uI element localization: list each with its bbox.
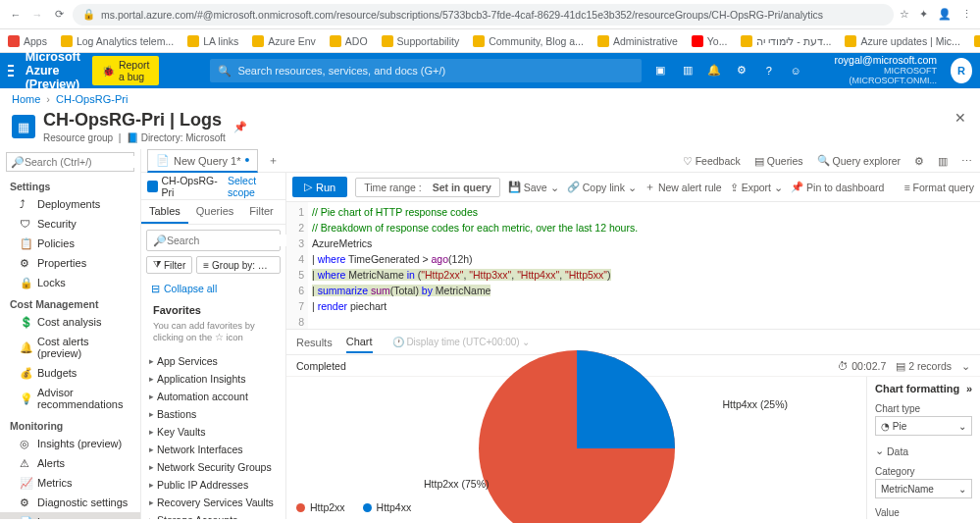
pin-dashboard-button[interactable]: 📌 Pin to dashboard: [791, 181, 884, 193]
nav-cost-alerts[interactable]: 🔔Cost alerts (preview): [0, 332, 140, 363]
account-info[interactable]: roygal@microsoft.com MICROSOFT (MICROSOF…: [816, 55, 937, 85]
schema-tabs: Tables Queries Filter ⋯: [141, 200, 285, 225]
star-icon[interactable]: ☆: [900, 8, 909, 21]
bookmark-item[interactable]: Azure updates | Mic...: [845, 35, 959, 47]
queries-link[interactable]: ▤ Queries: [754, 155, 803, 167]
tree-item[interactable]: App Services: [141, 352, 285, 370]
tree-item[interactable]: Bastions: [141, 405, 285, 423]
tree-item[interactable]: Network Security Groups: [141, 458, 285, 476]
scope-chip[interactable]: CH-OpsRG-Pri: [147, 175, 222, 198]
new-alert-button[interactable]: ＋ New alert rule: [645, 181, 722, 194]
settings-icon[interactable]: ⚙: [914, 155, 924, 167]
tab-tables[interactable]: Tables: [141, 200, 188, 224]
display-time[interactable]: 🕐 Display time (UTC+00:00) ⌄: [392, 337, 531, 347]
query-tab[interactable]: 📄New Query 1*•: [147, 149, 258, 173]
more-icon[interactable]: ⋯: [961, 155, 972, 167]
profile-icon[interactable]: 👤: [938, 8, 952, 21]
select-scope-link[interactable]: Select scope: [228, 175, 280, 198]
nav-security[interactable]: 🛡Security: [0, 214, 140, 234]
report-bug-button[interactable]: 🐞Report a bug: [92, 56, 160, 85]
resource-menu-search[interactable]: 🔎 «: [6, 152, 134, 172]
bookmark-item[interactable]: Community, Blog a...: [473, 35, 584, 47]
time-range-picker[interactable]: Time range : Set in query: [355, 178, 500, 197]
tree-item[interactable]: Network Interfaces: [141, 441, 285, 458]
pin-icon[interactable]: 📌: [233, 121, 247, 133]
reload-icon[interactable]: ⟳: [51, 7, 67, 23]
query-explorer-link[interactable]: 🔍 Query explorer: [817, 154, 901, 167]
category-select[interactable]: MetricName⌄: [875, 479, 972, 498]
filter-button[interactable]: ⧩Filter: [146, 256, 192, 274]
tree-item[interactable]: Recovery Services Vaults: [141, 494, 285, 511]
bookmark-item[interactable]: Yo...: [692, 35, 728, 47]
tree-item[interactable]: Application Insights: [141, 370, 285, 388]
settings-icon[interactable]: ⚙: [735, 63, 748, 78]
back-icon[interactable]: ←: [8, 7, 24, 23]
schema-search[interactable]: 🔎: [146, 230, 281, 251]
tab-queries[interactable]: Queries: [188, 200, 242, 224]
tab-results[interactable]: Results: [296, 333, 333, 352]
breadcrumb-home[interactable]: Home: [12, 93, 40, 105]
bookmark-item[interactable]: Log Analytics telem...: [61, 35, 174, 47]
group-by-button[interactable]: ≡Group by: Resource T...: [196, 256, 281, 274]
bookmark-item[interactable]: Imported: [974, 35, 980, 47]
collapse-all-link[interactable]: ⊟Collapse all: [141, 279, 285, 298]
url-text: ms.portal.azure.com/#@microsoft.onmicros…: [101, 9, 823, 21]
nav-alerts[interactable]: ⚠Alerts: [0, 453, 140, 473]
close-icon[interactable]: ✕: [954, 110, 966, 126]
cloud-shell-icon[interactable]: ▣: [653, 63, 667, 78]
nav-policies[interactable]: 📋Policies: [0, 234, 140, 253]
bookmark-item[interactable]: Azure Env: [252, 35, 315, 47]
bookmark-item[interactable]: ADO: [330, 35, 368, 47]
nav-logs[interactable]: 📄Logs: [0, 512, 140, 519]
bookmark-item[interactable]: דעת - לימודי יה...: [741, 35, 831, 47]
menu-icon[interactable]: ⋮: [961, 8, 972, 21]
feedback-icon[interactable]: ☺: [789, 63, 802, 78]
schema-tree: App Services Application Insights Automa…: [141, 350, 285, 519]
section-data[interactable]: Data: [875, 445, 972, 457]
directory-icon[interactable]: ▥: [681, 63, 695, 78]
pie-chart: [479, 350, 675, 524]
forward-icon[interactable]: →: [29, 7, 45, 23]
nav-diagnostic[interactable]: ⚙Diagnostic settings: [0, 493, 140, 512]
nav-metrics[interactable]: 📈Metrics: [0, 473, 140, 493]
global-search-input[interactable]: [237, 65, 634, 77]
tree-item[interactable]: Storage Accounts: [141, 511, 285, 519]
chevron-down-icon[interactable]: ⌄: [961, 360, 970, 372]
global-search[interactable]: 🔍: [210, 59, 642, 82]
nav-cost-analysis[interactable]: 💲Cost analysis: [0, 312, 140, 332]
tab-chart[interactable]: Chart: [346, 332, 373, 353]
chart-type-select[interactable]: ◔ Pie⌄: [875, 416, 972, 436]
format-query-button[interactable]: ≡ Format query: [903, 182, 974, 193]
help-icon[interactable]: ?: [762, 63, 776, 78]
bookmark-item[interactable]: Administrative: [597, 35, 678, 47]
feedback-link[interactable]: ♡ Feedback: [683, 155, 741, 167]
copy-link-button[interactable]: 🔗 Copy link ⌄: [567, 181, 637, 193]
layout-icon[interactable]: ▥: [938, 155, 948, 167]
nav-insights[interactable]: ◎Insights (preview): [0, 434, 140, 453]
apps-button[interactable]: Apps: [8, 35, 47, 47]
bookmark-item[interactable]: LA links: [187, 35, 238, 47]
query-editor[interactable]: 123456789 // Pie chart of HTTP response …: [286, 202, 980, 330]
export-button[interactable]: ⇪ Export ⌄: [730, 182, 783, 193]
save-button[interactable]: 💾 Save ⌄: [508, 181, 559, 193]
tree-item[interactable]: Public IP Addresses: [141, 476, 285, 494]
bookmark-item[interactable]: Supportability: [382, 35, 460, 47]
azure-brand[interactable]: Microsoft Azure (Preview): [26, 50, 80, 91]
nav-locks[interactable]: 🔒Locks: [0, 273, 140, 292]
tree-item[interactable]: Automation account: [141, 388, 285, 405]
nav-budgets[interactable]: 💰Budgets: [0, 363, 140, 383]
nav-advisor-cost[interactable]: 💡Advisor recommendations: [0, 383, 140, 414]
nav-properties[interactable]: ⚙Properties: [0, 253, 140, 273]
extension-icon[interactable]: ✦: [919, 8, 928, 21]
nav-deployments[interactable]: ⤴Deployments: [0, 194, 140, 214]
run-button[interactable]: ▷ Run: [292, 177, 347, 197]
add-query-tab[interactable]: ＋: [264, 150, 283, 172]
hamburger-icon[interactable]: [8, 61, 14, 80]
avatar[interactable]: R: [951, 58, 972, 83]
notifications-icon[interactable]: 🔔: [707, 63, 721, 78]
breadcrumb-rg[interactable]: CH-OpsRG-Pri: [56, 93, 128, 105]
address-bar[interactable]: 🔒 ms.portal.azure.com/#@microsoft.onmicr…: [73, 4, 894, 26]
collapse-panel-icon[interactable]: »: [966, 383, 972, 394]
tree-item[interactable]: Key Vaults: [141, 423, 285, 441]
tab-filter[interactable]: Filter: [241, 200, 281, 224]
